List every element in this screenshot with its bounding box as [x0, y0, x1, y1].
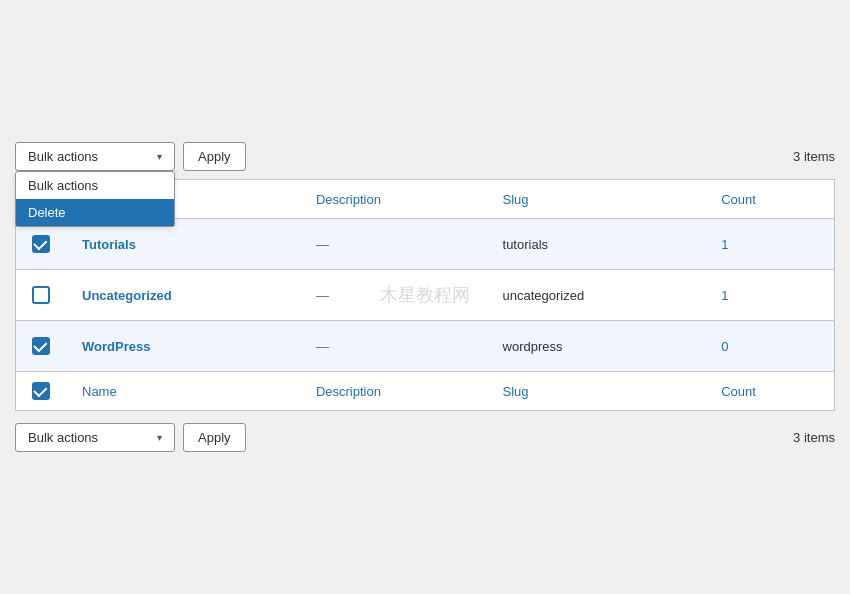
chevron-down-icon-top: ▾	[157, 151, 162, 162]
items-count-top: 3 items	[793, 149, 835, 164]
th-description[interactable]: Description	[300, 180, 487, 219]
bottom-toolbar: Bulk actions ▾ Apply 3 items	[15, 415, 835, 460]
row-checkbox-3[interactable]	[32, 337, 50, 355]
row-count-link-1[interactable]: 1	[721, 237, 728, 252]
td-description-1: —	[300, 219, 487, 270]
top-toolbar-left: Bulk actions ▾ Bulk actions Delete Apply	[15, 142, 246, 171]
top-toolbar: Bulk actions ▾ Bulk actions Delete Apply…	[15, 134, 835, 179]
row-name-link-1[interactable]: Tutorials	[82, 237, 136, 252]
td-count-3: 0	[705, 321, 834, 372]
bulk-actions-wrapper-top: Bulk actions ▾ Bulk actions Delete	[15, 142, 175, 171]
row-count-link-3[interactable]: 0	[721, 339, 728, 354]
footer-select-all-checkbox[interactable]	[32, 382, 50, 400]
table-footer-header-row: Name Description Slug Count	[16, 372, 835, 411]
tfoot-th-count[interactable]: Count	[705, 372, 834, 411]
bulk-actions-wrapper-bottom: Bulk actions ▾	[15, 423, 175, 452]
dropdown-item-delete[interactable]: Delete	[16, 199, 174, 226]
dropdown-item-bulk-actions[interactable]: Bulk actions	[16, 172, 174, 199]
tfoot-th-name[interactable]: Name	[66, 372, 300, 411]
row-name-link-3[interactable]: WordPress	[82, 339, 150, 354]
row-slug-3: wordpress	[503, 339, 563, 354]
apply-button-top[interactable]: Apply	[183, 142, 246, 171]
row-name-link-2[interactable]: Uncategorized	[82, 288, 172, 303]
row-description-3: —	[316, 339, 329, 354]
tfoot-th-slug[interactable]: Slug	[487, 372, 706, 411]
td-description-3: —	[300, 321, 487, 372]
td-description-2: —	[300, 270, 487, 321]
bulk-actions-label-bottom: Bulk actions	[28, 430, 98, 445]
td-slug-3: wordpress	[487, 321, 706, 372]
bulk-actions-dropdown-top[interactable]: Bulk actions ▾	[15, 142, 175, 171]
row-slug-1: tutorials	[503, 237, 549, 252]
td-checkbox-2	[16, 270, 67, 321]
row-description-2: —	[316, 288, 329, 303]
table-row: WordPress — wordpress 0	[16, 321, 835, 372]
td-checkbox-3	[16, 321, 67, 372]
td-slug-1: tutorials	[487, 219, 706, 270]
chevron-down-icon-bottom: ▾	[157, 432, 162, 443]
row-description-1: —	[316, 237, 329, 252]
td-name-2: Uncategorized	[66, 270, 300, 321]
th-slug[interactable]: Slug	[487, 180, 706, 219]
td-name-3: WordPress	[66, 321, 300, 372]
apply-button-bottom[interactable]: Apply	[183, 423, 246, 452]
th-count[interactable]: Count	[705, 180, 834, 219]
bulk-actions-menu-top: Bulk actions Delete	[15, 171, 175, 227]
tfoot-th-description[interactable]: Description	[300, 372, 487, 411]
row-checkbox-1[interactable]	[32, 235, 50, 253]
table-row: Uncategorized — uncategorized 1	[16, 270, 835, 321]
row-checkbox-2[interactable]	[32, 286, 50, 304]
bottom-toolbar-left: Bulk actions ▾ Apply	[15, 423, 246, 452]
bulk-actions-label-top: Bulk actions	[28, 149, 98, 164]
td-slug-2: uncategorized	[487, 270, 706, 321]
td-count-1: 1	[705, 219, 834, 270]
row-slug-2: uncategorized	[503, 288, 585, 303]
items-count-bottom: 3 items	[793, 430, 835, 445]
bulk-actions-dropdown-bottom[interactable]: Bulk actions ▾	[15, 423, 175, 452]
tfoot-th-checkbox	[16, 372, 67, 411]
row-count-link-2[interactable]: 1	[721, 288, 728, 303]
td-count-2: 1	[705, 270, 834, 321]
